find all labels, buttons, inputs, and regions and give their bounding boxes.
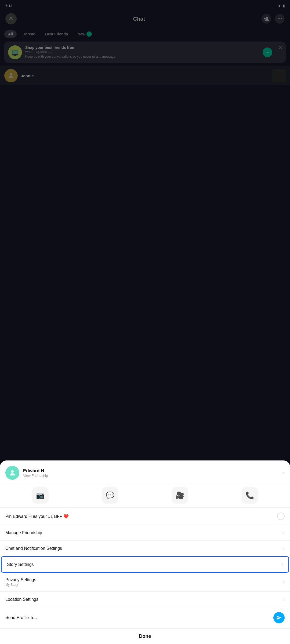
overlay[interactable] [0, 0, 105, 226]
